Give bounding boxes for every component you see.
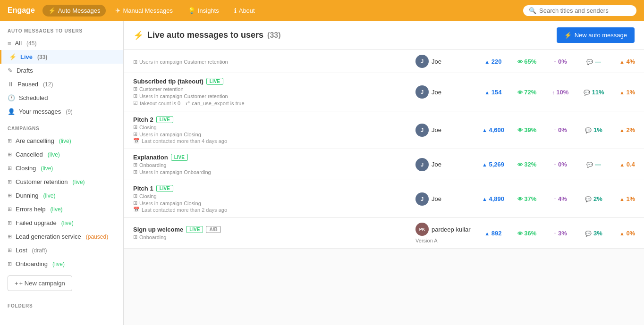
sidebar-campaign-errors-help[interactable]: ⊞ Errors help (live) <box>0 202 123 216</box>
stat-open: 👁 37% <box>510 180 543 218</box>
sender-cell: J Joe <box>415 85 470 99</box>
new-auto-message-button[interactable]: ⚡ New auto message <box>557 27 635 43</box>
message-title: Pitch 1 LIVE <box>133 185 404 192</box>
message-campaign: ⊞ Closing <box>133 124 404 130</box>
sidebar-item-your-messages[interactable]: 👤 Your messages (9) <box>0 105 123 118</box>
message-campaign: ⊞ Onboarding <box>133 234 404 240</box>
users-icon: ▲ <box>484 231 490 236</box>
stat-goal: ▲ 1% <box>610 73 644 111</box>
layers-icon: ⊞ <box>133 162 137 168</box>
nav-auto-messages[interactable]: ⚡ Auto Messages <box>42 5 106 17</box>
table-row[interactable]: Sign up welcome LIVE A/B ⊞ Onboarding P <box>124 218 644 249</box>
stat-goal: ▲ 0% <box>610 218 644 249</box>
stat-users: ▲ 892 <box>476 218 510 249</box>
message-campaign: ⊞ Closing <box>133 193 404 199</box>
cursor-icon: ↑ <box>554 59 557 65</box>
message-subcampaign: ⊞ Users in campaign Customer retention <box>133 59 404 65</box>
paper-plane-icon: ✈ <box>115 7 120 14</box>
nav-about[interactable]: ℹ About <box>229 5 261 17</box>
messages-table: ⊞ Users in campaign Customer retention J… <box>124 50 644 249</box>
arrows-icon: ⇄ <box>186 100 190 106</box>
nav-manual-messages[interactable]: ✈ Manual Messages <box>110 5 178 17</box>
stat-reply: 💬 — <box>577 50 610 73</box>
layers-icon: ⊞ <box>8 192 12 199</box>
lightning-sidebar-icon: ⚡ <box>9 53 17 60</box>
avatar: PK <box>415 223 429 236</box>
eye-icon: 👁 <box>517 162 523 167</box>
new-campaign-button[interactable]: + + New campaign <box>8 275 72 291</box>
layers-icon: ⊞ <box>8 261 12 267</box>
table-row[interactable]: Subscribed tip (takeout) LIVE ⊞ Customer… <box>124 73 644 111</box>
table-row[interactable]: Pitch 1 LIVE ⊞ Closing ⊞ Users in campai… <box>124 180 644 218</box>
sidebar-item-drafts[interactable]: ✎ Drafts <box>0 64 123 77</box>
sidebar-campaign-failed-upgrade[interactable]: ⊞ Failed upgrade (live) <box>0 216 123 230</box>
sidebar-campaign-lost[interactable]: ⊞ Lost (draft) <box>0 243 123 257</box>
sidebar-campaign-dunning[interactable]: ⊞ Dunning (live) <box>0 189 123 202</box>
message-title: Subscribed tip (takeout) LIVE <box>133 78 404 85</box>
stat-open: 👁 39% <box>510 111 543 149</box>
layers-icon: ⊞ <box>8 179 12 185</box>
sidebar-item-live[interactable]: ⚡ Live (33) <box>0 50 123 64</box>
search-bar: 🔍 <box>523 5 636 16</box>
goal-icon: ▲ <box>619 231 625 236</box>
page-title: ⚡ Live auto messages to users (33) <box>133 30 281 41</box>
eye-icon: 👁 <box>517 127 523 133</box>
draft-icon: ✎ <box>8 67 13 74</box>
sidebar-campaign-onboarding[interactable]: ⊞ Onboarding (live) <box>0 257 123 271</box>
message-sub1: ⊞ Users in campaign Closing <box>133 131 404 137</box>
message-title: Explanation LIVE <box>133 154 404 161</box>
stat-users: ▲ 220 <box>476 50 510 73</box>
layers-icon: ⊞ <box>8 247 12 253</box>
sidebar-campaign-closing[interactable]: ⊞ Closing (live) <box>0 161 123 175</box>
sidebar-campaign-lead-generation[interactable]: ⊞ Lead generation service (paused) <box>0 230 123 243</box>
layers-icon: ⊞ <box>8 165 12 171</box>
main-header: ⚡ Live auto messages to users (33) ⚡ New… <box>124 21 644 50</box>
sidebar-campaign-cancelled[interactable]: ⊞ Cancelled (live) <box>0 148 123 161</box>
main-content: ⚡ Live auto messages to users (33) ⚡ New… <box>124 21 644 325</box>
sidebar-item-all[interactable]: ≡ All (45) <box>0 36 123 50</box>
cursor-icon: ↑ <box>554 231 557 236</box>
stat-open: 👁 72% <box>510 73 543 111</box>
sidebar-item-paused[interactable]: ⏸ Paused (12) <box>0 77 123 91</box>
avatar: J <box>415 124 429 137</box>
auto-messages-section-title: AUTO MESSAGES TO USERS <box>0 21 123 36</box>
stat-click: ↑ 4% <box>543 180 577 218</box>
stat-goal: ▲ 1% <box>610 180 644 218</box>
search-input[interactable] <box>539 7 631 14</box>
table-row[interactable]: Explanation LIVE ⊞ Onboarding ⊞ Users in… <box>124 149 644 180</box>
sidebar-campaign-are-cancelling[interactable]: ⊞ Are cancelling (live) <box>0 134 123 148</box>
layers-icon: ⊞ <box>8 206 12 212</box>
users-icon: ▲ <box>482 162 487 167</box>
stat-reply: 💬 — <box>577 149 610 180</box>
stat-reply: 💬 3% <box>577 218 610 249</box>
sidebar-item-scheduled[interactable]: 🕐 Scheduled <box>0 91 123 105</box>
sender-cell: J Joe <box>415 192 470 206</box>
sender-cell: J Joe <box>415 158 470 171</box>
person-icon: 👤 <box>8 108 15 115</box>
nav-insights[interactable]: 💡 Insights <box>182 5 225 17</box>
stat-goal: ▲ 0.4 <box>610 149 644 180</box>
list-icon: ≡ <box>8 40 11 47</box>
table-row[interactable]: ⊞ Users in campaign Customer retention J… <box>124 50 644 73</box>
lightning-title-icon: ⚡ <box>133 30 144 41</box>
reply-icon: 💬 <box>585 231 592 236</box>
message-meta: 📅 Last contacted more than 2 days ago <box>133 207 404 213</box>
stat-users: ▲ 154 <box>476 73 510 111</box>
stat-users: ▲ 4,890 <box>476 180 510 218</box>
plus-icon: + <box>15 280 18 287</box>
pause-icon: ⏸ <box>8 81 14 88</box>
stat-reply: 💬 11% <box>577 73 610 111</box>
layers-icon: ⊞ <box>133 200 137 206</box>
layers-icon: ⊞ <box>133 124 137 130</box>
app-layout: AUTO MESSAGES TO USERS ≡ All (45) ⚡ Live… <box>0 21 644 325</box>
info-icon: ℹ <box>234 7 237 14</box>
table-row[interactable]: Pitch 2 LIVE ⊞ Closing ⊞ Users in campai… <box>124 111 644 149</box>
users-icon: ▲ <box>484 90 490 95</box>
folders-section-title: FOLDERS <box>0 296 123 311</box>
eye-icon: 👁 <box>517 90 523 95</box>
reply-icon: 💬 <box>585 196 592 202</box>
check-icon: ☑ <box>133 100 138 106</box>
sidebar-campaign-customer-retention[interactable]: ⊞ Customer retention (live) <box>0 175 123 189</box>
layers-icon: ⊞ <box>133 93 137 99</box>
live-badge: LIVE <box>171 154 188 161</box>
